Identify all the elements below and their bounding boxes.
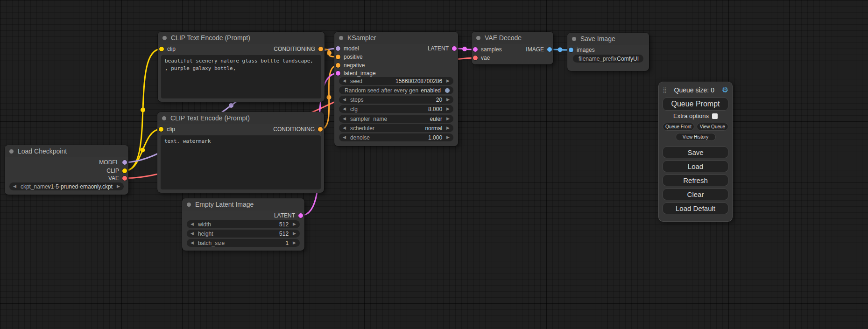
- decrement-arrow-icon[interactable]: ◀: [343, 126, 346, 130]
- sampler-name-widget[interactable]: ◀ sampler_name euler ▶: [339, 115, 453, 123]
- menu-header: ⣿ Queue size: 0 ⚙: [663, 85, 728, 94]
- node-clip-text-encode-positive[interactable]: CLIP Text Encode (Prompt) clip CONDITION…: [158, 32, 325, 102]
- batch-size-widget[interactable]: ◀ batch_size 1 ▶: [187, 239, 300, 247]
- increment-arrow-icon[interactable]: ▶: [293, 222, 296, 226]
- node-vae-decode[interactable]: VAE Decode samples vae IMAGE: [472, 32, 553, 64]
- widget-label: ckpt_name: [21, 183, 48, 190]
- widget-label: batch_size: [198, 240, 285, 246]
- decrement-arrow-icon[interactable]: ◀: [343, 107, 346, 111]
- output-port-image[interactable]: IMAGE: [526, 46, 552, 53]
- ckpt-name-widget[interactable]: ◀ ckpt_name v1-5-pruned-emaonly.ckpt ▶: [9, 182, 124, 190]
- node-title[interactable]: Save Image: [567, 33, 649, 45]
- increment-arrow-icon[interactable]: ▶: [117, 184, 120, 189]
- input-port-samples[interactable]: samples: [473, 46, 502, 53]
- filename-prefix-widget[interactable]: filename_prefix ComfyUI: [573, 55, 643, 63]
- load-button[interactable]: Load: [663, 161, 728, 172]
- view-queue-button[interactable]: View Queue: [697, 123, 728, 131]
- input-port-latent-image[interactable]: latent_image: [336, 70, 376, 77]
- decrement-arrow-icon[interactable]: ◀: [343, 79, 346, 83]
- settings-gear-icon[interactable]: ⚙: [722, 85, 728, 94]
- collapse-dot-icon[interactable]: [162, 116, 166, 120]
- collapse-dot-icon[interactable]: [187, 203, 191, 207]
- input-port-negative[interactable]: negative: [336, 62, 365, 69]
- queue-front-button[interactable]: Queue Front: [663, 123, 694, 131]
- node-empty-latent-image[interactable]: Empty Latent Image LATENT ◀ width 512 ▶ …: [182, 198, 304, 251]
- decrement-arrow-icon[interactable]: ◀: [191, 222, 194, 226]
- seed-widget[interactable]: ◀ seed 156680208700286 ▶: [339, 77, 453, 85]
- node-title[interactable]: KSampler: [334, 32, 458, 44]
- output-port-clip[interactable]: CLIP: [106, 168, 127, 174]
- widget-value: 8.000: [428, 106, 442, 112]
- decrement-arrow-icon[interactable]: ◀: [343, 135, 346, 140]
- prompt-text-input[interactable]: text, watermark: [161, 135, 321, 189]
- toggle-dot-icon[interactable]: [445, 88, 450, 93]
- collapse-dot-icon[interactable]: [162, 36, 167, 40]
- wire-midpoint-dot: [558, 48, 563, 52]
- collapse-dot-icon[interactable]: [476, 36, 480, 40]
- node-load-checkpoint[interactable]: Load Checkpoint MODEL CLIP VAE ◀ ckpt_na…: [5, 145, 128, 195]
- collapse-dot-icon[interactable]: [9, 149, 14, 154]
- increment-arrow-icon[interactable]: ▶: [446, 107, 450, 111]
- decrement-arrow-icon[interactable]: ◀: [343, 98, 346, 102]
- clear-button[interactable]: Clear: [663, 189, 728, 200]
- increment-arrow-icon[interactable]: ▶: [446, 135, 450, 140]
- wire-midpoint-dot: [141, 148, 145, 153]
- node-graph-canvas[interactable]: Load Checkpoint MODEL CLIP VAE ◀ ckpt_na…: [0, 0, 868, 329]
- node-save-image[interactable]: Save Image images filename_prefix ComfyU…: [567, 33, 649, 71]
- input-port-clip[interactable]: clip: [159, 126, 175, 133]
- port-label: CONDITIONING: [273, 126, 315, 133]
- model-port-dot: [122, 160, 127, 165]
- port-label: LATENT: [428, 45, 449, 52]
- output-port-model[interactable]: MODEL: [99, 159, 127, 166]
- latent-port-dot: [473, 47, 478, 52]
- input-port-vae[interactable]: vae: [473, 55, 490, 61]
- view-history-button[interactable]: View History: [676, 133, 716, 141]
- input-port-model[interactable]: model: [336, 45, 359, 52]
- width-widget[interactable]: ◀ width 512 ▶: [187, 220, 300, 228]
- denoise-widget[interactable]: ◀ denoise 1.000 ▶: [339, 133, 453, 141]
- save-button[interactable]: Save: [663, 147, 728, 158]
- node-title[interactable]: CLIP Text Encode (Prompt): [157, 112, 324, 124]
- load-default-button[interactable]: Load Default: [663, 203, 728, 214]
- output-port-conditioning[interactable]: CONDITIONING: [274, 46, 323, 52]
- node-title[interactable]: CLIP Text Encode (Prompt): [158, 32, 325, 44]
- random-seed-toggle-widget[interactable]: Random seed after every gen enabled: [339, 86, 453, 94]
- collapse-dot-icon[interactable]: [339, 36, 343, 40]
- input-port-clip[interactable]: clip: [159, 46, 176, 52]
- node-title[interactable]: Empty Latent Image: [182, 198, 304, 210]
- decrement-arrow-icon[interactable]: ◀: [191, 241, 194, 245]
- prompt-text-input[interactable]: beautiful scenery nature glass bottle la…: [161, 55, 321, 98]
- output-port-latent[interactable]: LATENT: [274, 212, 303, 219]
- output-port-latent[interactable]: LATENT: [428, 45, 457, 52]
- drag-handle-icon[interactable]: ⣿: [663, 87, 667, 93]
- steps-widget[interactable]: ◀ steps 20 ▶: [339, 96, 453, 104]
- output-port-conditioning[interactable]: CONDITIONING: [273, 126, 323, 133]
- node-clip-text-encode-negative[interactable]: CLIP Text Encode (Prompt) clip CONDITION…: [157, 112, 324, 193]
- queue-prompt-button[interactable]: Queue Prompt: [663, 98, 728, 111]
- scheduler-widget[interactable]: ◀ scheduler normal ▶: [339, 124, 453, 132]
- input-port-images[interactable]: images: [569, 47, 595, 53]
- widget-value: euler: [430, 116, 442, 122]
- refresh-button[interactable]: Refresh: [663, 175, 728, 186]
- node-title[interactable]: Load Checkpoint: [5, 145, 128, 157]
- port-label: samples: [481, 46, 502, 53]
- increment-arrow-icon[interactable]: ▶: [446, 79, 450, 83]
- node-ksampler[interactable]: KSampler model positive negative latent_…: [334, 32, 458, 146]
- increment-arrow-icon[interactable]: ▶: [446, 98, 450, 102]
- decrement-arrow-icon[interactable]: ◀: [191, 231, 194, 236]
- increment-arrow-icon[interactable]: ▶: [446, 126, 450, 130]
- comfy-menu-panel[interactable]: ⣿ Queue size: 0 ⚙ Queue Prompt Extra opt…: [658, 82, 733, 222]
- cfg-widget[interactable]: ◀ cfg 8.000 ▶: [339, 105, 453, 113]
- output-port-vae[interactable]: VAE: [108, 175, 127, 182]
- increment-arrow-icon[interactable]: ▶: [293, 231, 296, 236]
- increment-arrow-icon[interactable]: ▶: [446, 117, 450, 121]
- decrement-arrow-icon[interactable]: ◀: [343, 117, 346, 121]
- increment-arrow-icon[interactable]: ▶: [293, 241, 296, 245]
- widget-label: seed: [350, 78, 395, 84]
- decrement-arrow-icon[interactable]: ◀: [13, 184, 16, 189]
- node-title[interactable]: VAE Decode: [472, 32, 553, 44]
- height-widget[interactable]: ◀ height 512 ▶: [187, 230, 300, 238]
- extra-options-checkbox[interactable]: [712, 113, 718, 119]
- input-port-positive[interactable]: positive: [336, 54, 363, 60]
- collapse-dot-icon[interactable]: [572, 37, 576, 41]
